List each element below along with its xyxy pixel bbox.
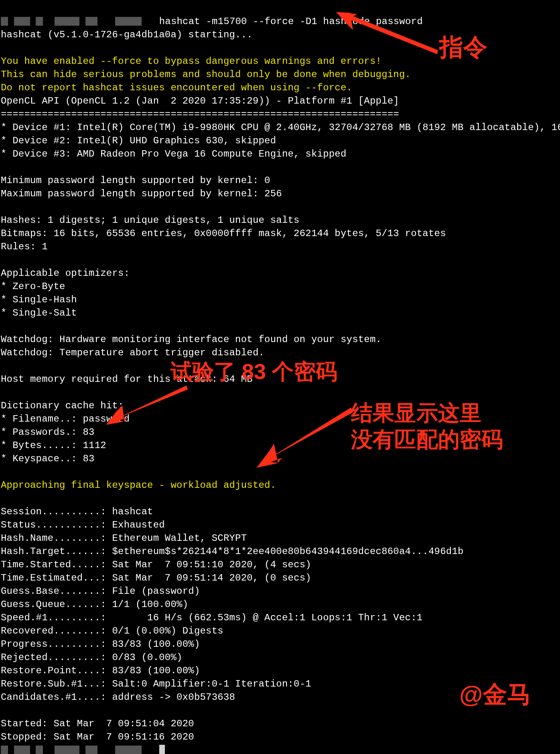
optimizers-header: Applicable optimizers: bbox=[1, 268, 130, 279]
optimizer-3: * Single-Salt bbox=[1, 308, 77, 318]
status-restorepoint: Restore.Point....: 83/83 (100.00%) bbox=[1, 665, 200, 676]
warn-line-2: This can hide serious problems and shoul… bbox=[1, 69, 411, 80]
prompt-line-2 bbox=[1, 745, 165, 754]
status-session: Session..........: hashcat bbox=[1, 506, 153, 517]
hashes-line: Hashes: 1 digests; 1 unique digests, 1 u… bbox=[1, 215, 300, 226]
status-hashtarget: Hash.Target......: $ethereum$s*262144*8*… bbox=[1, 546, 464, 557]
rules-line: Rules: 1 bbox=[1, 241, 48, 252]
status-recovered: Recovered........: 0/1 (0.00%) Digests bbox=[1, 626, 223, 636]
dict-header: Dictionary cache hit: bbox=[1, 400, 124, 411]
status-hashname: Hash.Name........: Ethereum Wallet, SCRY… bbox=[1, 533, 247, 544]
warn-line-1: You have enabled --force to bypass dange… bbox=[1, 56, 381, 67]
watchdog-2: Watchdog: Temperature abort trigger disa… bbox=[1, 347, 264, 358]
dict-keyspace: * Keyspace..: 83 bbox=[1, 453, 95, 464]
device-2: * Device #2: Intel(R) UHD Graphics 630, … bbox=[1, 135, 276, 146]
max-len: Maximum password length supported by ker… bbox=[1, 188, 282, 199]
watchdog-1: Watchdog: Hardware monitoring interface … bbox=[1, 334, 381, 345]
cursor-icon bbox=[159, 745, 165, 754]
dict-passwords: * Passwords.: 83 bbox=[1, 427, 95, 438]
optimizer-2: * Single-Hash bbox=[1, 294, 77, 305]
optimizer-1: * Zero-Byte bbox=[1, 281, 65, 292]
status-timeest: Time.Estimated...: Sat Mar 7 09:51:14 20… bbox=[1, 573, 311, 583]
status-status: Status...........: Exhausted bbox=[1, 520, 165, 530]
min-len: Minimum password length supported by ker… bbox=[1, 175, 270, 186]
starting-line: hashcat (v5.1.0-1726-ga4db1a0a) starting… bbox=[1, 29, 253, 40]
approaching-line: Approaching final keyspace - workload ad… bbox=[1, 480, 276, 491]
started-line: Started: Sat Mar 7 09:51:04 2020 bbox=[1, 718, 194, 729]
status-guessqueue: Guess.Queue......: 1/1 (100.00%) bbox=[1, 599, 188, 610]
status-candidates: Candidates.#1....: address -> 0x0b573638 bbox=[1, 692, 235, 703]
status-timestart: Time.Started.....: Sat Mar 7 09:51:10 20… bbox=[1, 559, 311, 570]
dict-filename: * Filename..: password bbox=[1, 414, 130, 424]
dict-bytes: * Bytes.....: 1112 bbox=[1, 440, 106, 451]
terminal-output: hashcat -m15700 --force -D1 hashcode pas… bbox=[0, 0, 560, 754]
hr-line: ========================================… bbox=[1, 109, 399, 120]
status-speed: Speed.#1.........: 16 H/s (662.53ms) @ A… bbox=[1, 612, 422, 623]
stopped-line: Stopped: Sat Mar 7 09:51:16 2020 bbox=[1, 732, 194, 742]
status-guessbase: Guess.Base.......: File (password) bbox=[1, 586, 200, 597]
status-progress: Progress.........: 83/83 (100.00%) bbox=[1, 639, 200, 650]
command-text: hashcat -m15700 --force -D1 hashcode pas… bbox=[159, 16, 423, 27]
prompt-line: hashcat -m15700 --force -D1 hashcode pas… bbox=[1, 16, 423, 27]
status-rejected: Rejected.........: 0/83 (0.00%) bbox=[1, 652, 183, 663]
bitmaps-line: Bitmaps: 16 bits, 65536 entries, 0x0000f… bbox=[1, 228, 446, 239]
host-memory: Host memory required for this attack: 64… bbox=[1, 374, 253, 385]
opencl-line: OpenCL API (OpenCL 1.2 (Jan 2 2020 17:35… bbox=[1, 96, 399, 106]
device-1: * Device #1: Intel(R) Core(TM) i9-9980HK… bbox=[1, 122, 560, 133]
status-restoresub: Restore.Sub.#1...: Salt:0 Amplifier:0-1 … bbox=[1, 679, 311, 689]
warn-line-3: Do not report hashcat issues encountered… bbox=[1, 82, 352, 93]
device-3: * Device #3: AMD Radeon Pro Vega 16 Comp… bbox=[1, 149, 347, 159]
